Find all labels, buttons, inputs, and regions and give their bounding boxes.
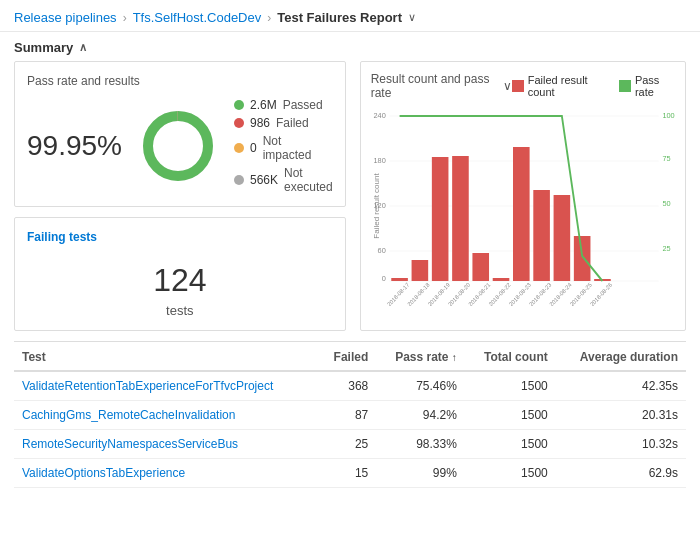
pass-rate-line	[399, 116, 602, 281]
col-test: Test	[14, 342, 319, 371]
chart-chevron-icon: ∨	[503, 79, 512, 93]
svg-text:Failed result count: Failed result count	[372, 172, 381, 238]
pass-rate-value: 99.95%	[27, 130, 122, 162]
bar-5	[492, 278, 509, 281]
bar-4	[472, 253, 489, 281]
sort-icon: ↑	[452, 352, 457, 363]
legend-value-not-impacted: 0	[250, 141, 257, 155]
chart-header: Result count and pass rate ∨ Failed resu…	[371, 72, 675, 100]
chart-legend-label-passrate: Pass rate	[635, 74, 675, 98]
pass-rate-card-title: Pass rate and results	[27, 74, 333, 88]
table-body: ValidateRetentionTabExperienceForTfvcPro…	[14, 371, 686, 488]
bar-2	[432, 157, 449, 281]
bar-6	[513, 147, 530, 281]
legend-dot-not-executed	[234, 175, 244, 185]
legend-value-not-executed: 566K	[250, 173, 278, 187]
summary-label: Summary	[14, 40, 73, 55]
cell-test[interactable]: ValidateRetentionTabExperienceForTfvcPro…	[14, 371, 319, 401]
cell-pass-rate: 98.33%	[376, 430, 465, 459]
cell-test[interactable]: CachingGms_RemoteCacheInvalidation	[14, 401, 319, 430]
chart-title: Result count and pass rate ∨	[371, 72, 512, 100]
legend-dot-passed	[234, 100, 244, 110]
cell-failed: 368	[319, 371, 377, 401]
cell-avg-duration: 42.35s	[556, 371, 686, 401]
breadcrumb: Release pipelines › Tfs.SelfHost.CodeDev…	[0, 0, 700, 32]
sep-2: ›	[267, 11, 271, 25]
svg-text:0: 0	[381, 274, 385, 283]
col-avg-duration: Average duration	[556, 342, 686, 371]
legend-label-not-impacted: Not impacted	[263, 134, 333, 162]
chart-legend-label-failed: Failed result count	[528, 74, 607, 98]
legend-value-failed: 986	[250, 116, 270, 130]
cell-failed: 15	[319, 459, 377, 488]
cell-pass-rate: 75.46%	[376, 371, 465, 401]
failing-count: 124	[27, 252, 333, 303]
cell-pass-rate: 94.2%	[376, 401, 465, 430]
breadcrumb-link-1[interactable]: Release pipelines	[14, 10, 117, 25]
failing-tests-card: Failing tests 124 tests	[14, 217, 346, 331]
donut-chart	[138, 106, 218, 186]
cell-total-count: 1500	[465, 459, 556, 488]
bar-3	[452, 156, 469, 281]
legend-label-failed: Failed	[276, 116, 309, 130]
legend-label-passed: Passed	[283, 98, 323, 112]
chevron-down-icon: ∨	[408, 11, 416, 24]
table-row: ValidateOptionsTabExperience 15 99% 1500…	[14, 459, 686, 488]
bar-8	[553, 195, 570, 281]
table-header-row: Test Failed Pass rate ↑ Total count Aver…	[14, 342, 686, 371]
legend-label-not-executed: Not executed	[284, 166, 333, 194]
chart-panel: Result count and pass rate ∨ Failed resu…	[360, 61, 686, 331]
chart-area: 240 180 120 60 0 100 75 50 25	[371, 106, 675, 320]
bar-1	[411, 260, 428, 281]
failing-unit: tests	[27, 303, 333, 318]
legend-failed: 986 Failed	[234, 116, 333, 130]
svg-text:25: 25	[662, 244, 670, 253]
chart-legend-passrate: Pass rate	[619, 74, 675, 98]
legend-not-executed: 566K Not executed	[234, 166, 333, 194]
cell-avg-duration: 20.31s	[556, 401, 686, 430]
page-title: Test Failures Report	[277, 10, 402, 25]
cell-total-count: 1500	[465, 401, 556, 430]
summary-toggle-icon[interactable]: ∧	[79, 41, 87, 54]
cell-avg-duration: 62.9s	[556, 459, 686, 488]
bar-7	[533, 190, 550, 281]
breadcrumb-link-2[interactable]: Tfs.SelfHost.CodeDev	[133, 10, 262, 25]
svg-text:100: 100	[662, 111, 674, 120]
pass-rate-content: 99.95%	[27, 98, 333, 194]
svg-text:75: 75	[662, 154, 670, 163]
legend-dot-not-impacted	[234, 143, 244, 153]
summary-header: Summary ∧	[0, 32, 700, 61]
svg-text:180: 180	[373, 156, 385, 165]
svg-text:240: 240	[373, 111, 385, 120]
svg-point-1	[148, 116, 208, 176]
cell-failed: 25	[319, 430, 377, 459]
pass-rate-card: Pass rate and results 99.95%	[14, 61, 346, 207]
cell-failed: 87	[319, 401, 377, 430]
col-total-count: Total count	[465, 342, 556, 371]
sep-1: ›	[123, 11, 127, 25]
table-row: CachingGms_RemoteCacheInvalidation 87 94…	[14, 401, 686, 430]
svg-text:60: 60	[377, 246, 385, 255]
table-row: RemoteSecurityNamespacesServiceBus 25 98…	[14, 430, 686, 459]
col-failed: Failed	[319, 342, 377, 371]
bar-9	[574, 236, 591, 281]
chart-legend-color-failed	[512, 80, 524, 92]
cell-pass-rate: 99%	[376, 459, 465, 488]
table-section: Test Failed Pass rate ↑ Total count Aver…	[14, 341, 686, 488]
col-pass-rate: Pass rate ↑	[376, 342, 465, 371]
chart-legend-container: Failed result count Pass rate	[512, 74, 675, 98]
left-panel: Pass rate and results 99.95%	[14, 61, 346, 331]
chart-legend-failed: Failed result count	[512, 74, 607, 98]
bar-0	[391, 278, 408, 281]
chart-legend-color-passrate	[619, 80, 631, 92]
summary-row: Pass rate and results 99.95%	[0, 61, 700, 331]
cell-test[interactable]: RemoteSecurityNamespacesServiceBus	[14, 430, 319, 459]
cell-test[interactable]: ValidateOptionsTabExperience	[14, 459, 319, 488]
chart-legend: 2.6M Passed 986 Failed 0 Not impacted	[234, 98, 333, 194]
cell-total-count: 1500	[465, 430, 556, 459]
failing-tests-title: Failing tests	[27, 230, 333, 244]
svg-text:2018-08-26: 2018-08-26	[589, 281, 613, 306]
cell-avg-duration: 10.32s	[556, 430, 686, 459]
legend-not-impacted: 0 Not impacted	[234, 134, 333, 162]
table-row: ValidateRetentionTabExperienceForTfvcPro…	[14, 371, 686, 401]
